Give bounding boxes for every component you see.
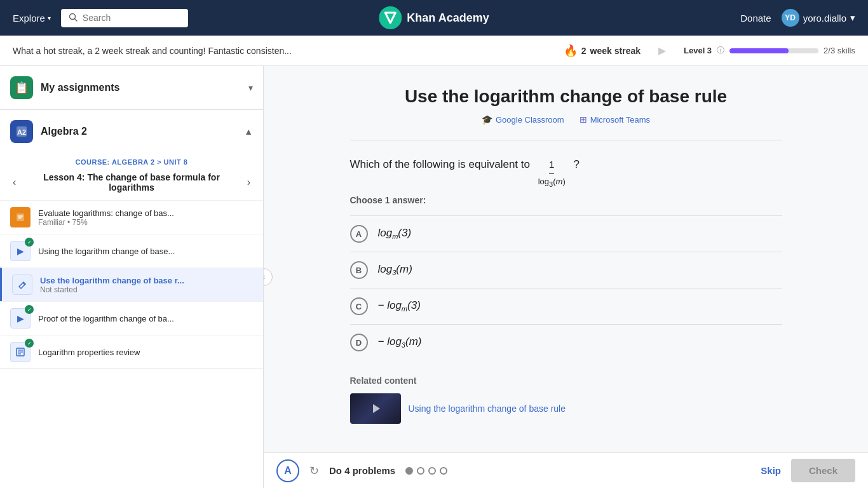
lesson-item[interactable]: ▶ ✓ Using the logarithm change of base..… xyxy=(0,234,263,268)
streak-message: What a hot streak, a 2 week streak and c… xyxy=(13,46,551,56)
sidebar-collapse-button[interactable]: ‹ xyxy=(264,268,273,286)
completed-checkmark: ✓ xyxy=(25,238,34,247)
svg-point-2 xyxy=(379,6,402,29)
option-math-c: − logm(3) xyxy=(378,299,421,313)
explore-menu[interactable]: Explore ▾ xyxy=(13,13,51,24)
nav-right: Donate YD yoro.diallo ▾ xyxy=(740,9,855,27)
lesson-item-active[interactable]: Use the logarithm change of base r... No… xyxy=(0,268,263,301)
lesson-item-title: Evaluate logarithms: change of bas... xyxy=(38,208,253,218)
content-inner: Use the logarithm change of base rule 🎓 … xyxy=(312,66,820,444)
lesson-item-title: Using the logarithm change of base... xyxy=(38,247,253,256)
completed-checkmark-3: ✓ xyxy=(25,339,34,348)
check-button[interactable]: Check xyxy=(791,459,855,482)
progress-dot-1 xyxy=(405,467,413,475)
progress-dot-3 xyxy=(428,467,436,475)
option-math-a: logm(3) xyxy=(378,227,412,240)
khan-academy-logo-icon xyxy=(379,6,402,29)
option-circle-d: D xyxy=(350,334,368,351)
streak-bar: What a hot streak, a 2 week streak and c… xyxy=(0,36,868,66)
microsoft-teams-link[interactable]: ⊞ Microsoft Teams xyxy=(580,114,650,125)
lesson-item[interactable]: ▶ ✓ Proof of the logarithm change of ba.… xyxy=(0,301,263,335)
search-input[interactable] xyxy=(83,13,172,23)
svg-text:A2: A2 xyxy=(17,128,26,136)
refresh-button[interactable]: ↻ xyxy=(309,464,319,478)
main-layout: 📋 My assignments ▾ A2 Algebra 2 ▲ COURSE… xyxy=(0,66,868,488)
svg-rect-5 xyxy=(17,214,24,221)
sidebar: 📋 My assignments ▾ A2 Algebra 2 ▲ COURSE… xyxy=(0,66,264,488)
exercise-icon xyxy=(10,207,31,227)
thumbnail-inner xyxy=(350,393,401,424)
option-math-d: − log3(m) xyxy=(378,336,422,349)
google-classroom-link[interactable]: 🎓 Google Classroom xyxy=(482,114,564,125)
streak-unit: week streak xyxy=(590,46,641,56)
related-item[interactable]: Using the logarithm change of base rule xyxy=(350,393,782,424)
article-icon: ✓ xyxy=(10,342,31,362)
platform-links: 🎓 Google Classroom ⊞ Microsoft Teams xyxy=(350,114,782,125)
google-classroom-label: Google Classroom xyxy=(496,115,564,125)
related-content-label: Related content xyxy=(350,376,782,386)
algebra-icon: A2 xyxy=(10,120,33,143)
related-thumbnail xyxy=(350,393,401,424)
answer-option-d[interactable]: D − log3(m) xyxy=(350,324,782,360)
streak-number: 2 xyxy=(581,46,587,56)
choose-label: Choose 1 answer: xyxy=(350,195,782,205)
search-icon xyxy=(69,13,78,24)
microsoft-teams-label: Microsoft Teams xyxy=(590,115,650,125)
skip-button[interactable]: Skip xyxy=(761,465,781,476)
answer-option-b[interactable]: B log3(m) xyxy=(350,252,782,288)
math-expression: 1 log3(m) xyxy=(536,157,568,190)
answer-option-c[interactable]: C − logm(3) xyxy=(350,288,782,324)
option-math-b: log3(m) xyxy=(378,263,412,276)
level-label: Level 3 xyxy=(684,46,712,55)
bottom-bar: A ↻ Do 4 problems Skip Check xyxy=(264,452,868,488)
skills-text: 2/3 skills xyxy=(824,46,855,55)
lesson-next-button[interactable]: › xyxy=(245,174,253,191)
algebra-header[interactable]: A2 Algebra 2 ▲ xyxy=(0,110,263,153)
related-item-title: Using the logarithm change of base rule xyxy=(409,403,566,414)
level-section: Level 3 ⓘ 2/3 skills xyxy=(684,45,855,56)
progress-dot-4 xyxy=(440,467,447,475)
assignments-icon: 📋 xyxy=(10,76,33,99)
algebra-section: A2 Algebra 2 ▲ COURSE: ALGEBRA 2 > UNIT … xyxy=(0,110,263,369)
option-circle-b: B xyxy=(350,261,368,279)
algebra-title: Algebra 2 xyxy=(41,126,236,137)
search-bar[interactable] xyxy=(61,9,188,27)
user-menu[interactable]: YD yoro.diallo ▾ xyxy=(782,9,855,27)
lesson-item-title: Proof of the logarithm change of ba... xyxy=(38,314,253,323)
lesson-title: Lesson 4: The change of base formula for… xyxy=(24,172,239,193)
fire-icon: 🔥 xyxy=(564,44,578,58)
hint-button[interactable]: A xyxy=(276,459,299,482)
course-label: COURSE: ALGEBRA 2 > UNIT 8 xyxy=(0,153,263,168)
algebra-chevron-icon: ▲ xyxy=(244,126,253,137)
progress-dots xyxy=(405,467,447,475)
assignments-header[interactable]: 📋 My assignments ▾ xyxy=(0,66,263,109)
assignments-title: My assignments xyxy=(41,82,241,93)
edit-exercise-icon xyxy=(12,274,32,295)
navbar: Explore ▾ Khan Academy Donate YD yoro.di… xyxy=(0,0,868,36)
option-circle-a: A xyxy=(350,225,368,243)
level-progress-bar xyxy=(729,48,818,53)
lesson-item[interactable]: ✓ Logarithm properties review xyxy=(0,335,263,369)
lesson-prev-button[interactable]: ‹ xyxy=(10,174,18,191)
streak-divider: ▶ xyxy=(658,44,666,57)
lesson-item[interactable]: Evaluate logarithms: change of bas... Fa… xyxy=(0,200,263,234)
site-logo: Khan Academy xyxy=(379,6,489,29)
explore-label: Explore xyxy=(13,13,45,24)
content-area: ‹ Use the logarithm change of base rule … xyxy=(264,66,868,488)
lesson-item-text: Evaluate logarithms: change of bas... Fa… xyxy=(38,208,253,227)
completed-checkmark-2: ✓ xyxy=(25,305,34,314)
level-progress-fill xyxy=(729,48,788,53)
lesson-item-subtitle: Familiar • 75% xyxy=(38,218,253,227)
avatar: YD xyxy=(782,9,799,27)
donate-button[interactable]: Donate xyxy=(740,13,771,24)
site-name: Khan Academy xyxy=(407,11,489,25)
progress-dot-2 xyxy=(417,467,424,475)
lesson-item-title: Logarithm properties review xyxy=(38,348,253,357)
lesson-item-subtitle: Not started xyxy=(40,285,253,294)
lesson-item-title: Use the logarithm change of base r... xyxy=(40,276,253,285)
microsoft-teams-icon: ⊞ xyxy=(580,114,587,125)
lesson-nav: ‹ Lesson 4: The change of base formula f… xyxy=(0,168,263,200)
content-divider xyxy=(350,140,782,140)
answer-option-a[interactable]: A logm(3) xyxy=(350,215,782,252)
svg-line-1 xyxy=(74,18,77,21)
